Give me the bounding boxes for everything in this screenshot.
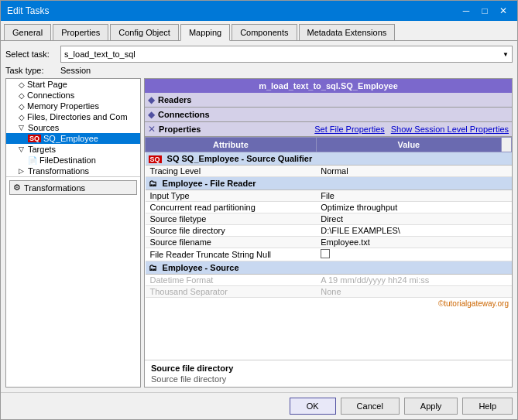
tree-item-sources-label: Sources: [28, 123, 59, 132]
attr-truncate: File Reader Truncate String Null: [146, 248, 317, 261]
properties-section[interactable]: ✕ Properties Set File Properties Show Se…: [145, 122, 512, 137]
val-input-type[interactable]: File: [316, 190, 501, 202]
window-title: Edit Tasks: [7, 5, 49, 16]
tab-general[interactable]: General: [4, 24, 51, 40]
table-row: Datetime Format A 19 mm/dd/yyyy hh24 mi:…: [146, 275, 512, 286]
table-row: Source filename Employee.txt: [146, 237, 512, 248]
tree-item-memory[interactable]: ◇ Memory Properties: [6, 101, 140, 111]
gear-icon: ⚙: [13, 183, 21, 193]
tree-item-transformations[interactable]: ▷ Transformations: [6, 166, 140, 176]
scrollbar-header: [502, 138, 512, 152]
close-button[interactable]: ✕: [496, 4, 511, 18]
task-select-value: s_load_text_to_sql: [64, 50, 136, 59]
tree-item-files[interactable]: ◇ Files, Directories and Com: [6, 111, 140, 122]
set-file-props-link[interactable]: Set File Properties: [314, 125, 384, 134]
diamond-icon: ◇: [19, 113, 25, 121]
tab-mapping[interactable]: Mapping: [180, 24, 230, 41]
tree-item-filedestination[interactable]: 📄 FileDestination: [6, 155, 140, 166]
col-header-attr: Attribute: [146, 138, 317, 152]
help-button[interactable]: Help: [462, 398, 513, 415]
properties-diamond-icon: ✕: [148, 124, 156, 135]
source-icon: 🗂: [149, 263, 157, 272]
tree-item-connections[interactable]: ◇ Connections: [6, 90, 140, 101]
tree-bottom: ⚙ Transformations: [6, 176, 140, 198]
table-row: Thousand Separator None: [146, 286, 512, 298]
table-row: File Reader Truncate String Null: [146, 248, 512, 261]
sq-icon: SQ: [28, 135, 41, 142]
main-area: ◇ Start Page ◇ Connections ◇ Memory Prop…: [5, 78, 513, 388]
diamond-icon: ◇: [19, 80, 25, 89]
expand-icon: ▽: [19, 124, 24, 131]
attr-file-dir: Source file directory: [146, 225, 317, 237]
tree-item-targets-label: Targets: [28, 145, 56, 154]
task-type-value: Session: [60, 66, 91, 75]
task-select-arrow: ▼: [503, 51, 509, 58]
transformations-btn-label: Transformations: [24, 183, 85, 193]
truncate-checkbox[interactable]: [321, 249, 330, 258]
task-type-row: Task type: Session: [5, 66, 513, 75]
minimize-button[interactable]: ─: [458, 4, 474, 18]
tree-item-sq-employee[interactable]: SQ SQ_Employee: [6, 133, 140, 144]
val-file-dir[interactable]: D:\FILE EXAMPLES\: [316, 225, 501, 237]
group-source-label: Employee - Source: [163, 263, 239, 272]
tree-item-startpage[interactable]: ◇ Start Page: [6, 79, 140, 90]
sq-group-icon: SQ: [149, 155, 162, 163]
maximize-button[interactable]: □: [477, 4, 492, 18]
tab-config-object[interactable]: Config Object: [110, 24, 179, 40]
connections-diamond-icon: ◆: [148, 109, 155, 120]
bottom-info-title: Source file directory: [151, 364, 506, 373]
val-truncate[interactable]: [316, 248, 501, 261]
tree-item-trans-label: Transformations: [28, 166, 89, 176]
task-select[interactable]: s_load_text_to_sql ▼: [60, 46, 513, 63]
footer: OK Cancel Apply Help: [1, 392, 517, 419]
watermark: ©tutorialgateway.org: [145, 298, 512, 309]
apply-button[interactable]: Apply: [404, 398, 458, 415]
group-header-sq: SQ SQ SQ_Employee - Source Qualifier: [146, 152, 512, 166]
task-type-label: Task type:: [5, 66, 56, 75]
left-tree-panel: ◇ Start Page ◇ Connections ◇ Memory Prop…: [5, 78, 141, 388]
attr-datetime: Datetime Format: [146, 275, 317, 286]
diamond-icon: ◇: [19, 91, 25, 100]
tab-components[interactable]: Components: [232, 24, 297, 40]
tree-item-filedest-label: FileDestination: [39, 155, 96, 165]
readers-label: Readers: [158, 95, 191, 104]
table-row: Source filetype Direct: [146, 213, 512, 225]
diamond-icon: ◇: [19, 102, 25, 111]
tab-metadata-extensions[interactable]: Metadata Extensions: [299, 24, 396, 40]
group-header-source: 🗂 Employee - Source: [146, 261, 512, 275]
connections-section[interactable]: ◆ Connections: [145, 108, 512, 122]
tree-item-startpage-label: Start Page: [27, 80, 67, 89]
table-row: Source file directory D:\FILE EXAMPLES\: [146, 225, 512, 237]
table-row: Input Type File: [146, 190, 512, 202]
group-sq-label: SQ SQ_Employee - Source Qualifier: [167, 154, 313, 163]
tabs-bar: General Properties Config Object Mapping…: [1, 21, 517, 41]
transformations-button[interactable]: ⚙ Transformations: [9, 180, 137, 195]
readers-section[interactable]: ◆ Readers: [145, 93, 512, 108]
right-panel: m_load_text_to_sql.SQ_Employee ◆ Readers…: [144, 78, 513, 388]
tab-properties[interactable]: Properties: [53, 24, 108, 40]
val-filetype[interactable]: Direct: [316, 213, 501, 225]
section-links: Set File Properties Show Session Level P…: [314, 125, 509, 134]
val-concurrent[interactable]: Optimize throughput: [316, 202, 501, 213]
cancel-button[interactable]: Cancel: [341, 398, 400, 415]
tree-item-sources[interactable]: ▽ Sources: [6, 122, 140, 133]
properties-label: Properties: [159, 125, 201, 134]
connections-label: Connections: [158, 110, 210, 119]
val-datetime: A 19 mm/dd/yyyy hh24 mi:ss: [316, 275, 501, 286]
file-icon: 📄: [28, 156, 37, 165]
expand-icon: ▽: [19, 145, 24, 153]
edit-tasks-window: Edit Tasks ─ □ ✕ General Properties Conf…: [0, 0, 518, 420]
table-row: Tracing Level Normal: [146, 166, 512, 177]
tree-item-targets[interactable]: ▽ Targets: [6, 144, 140, 155]
tree-item-sq-label: SQ_Employee: [43, 134, 98, 143]
attr-concurrent: Concurrent read partitioning: [146, 202, 317, 213]
tree-item-files-label: Files, Directories and Com: [27, 112, 128, 121]
properties-table: Attribute Value SQ SQ SQ_Employee - Sour…: [145, 137, 512, 360]
val-filename[interactable]: Employee.txt: [316, 237, 501, 248]
tree-item-memory-label: Memory Properties: [27, 101, 99, 111]
group-filereader-label: Employee - File Reader: [163, 179, 256, 188]
ok-button[interactable]: OK: [290, 398, 336, 415]
show-session-link[interactable]: Show Session Level Properties: [391, 125, 509, 134]
right-panel-header: m_load_text_to_sql.SQ_Employee: [145, 79, 512, 93]
val-tracing[interactable]: Normal: [316, 166, 501, 177]
